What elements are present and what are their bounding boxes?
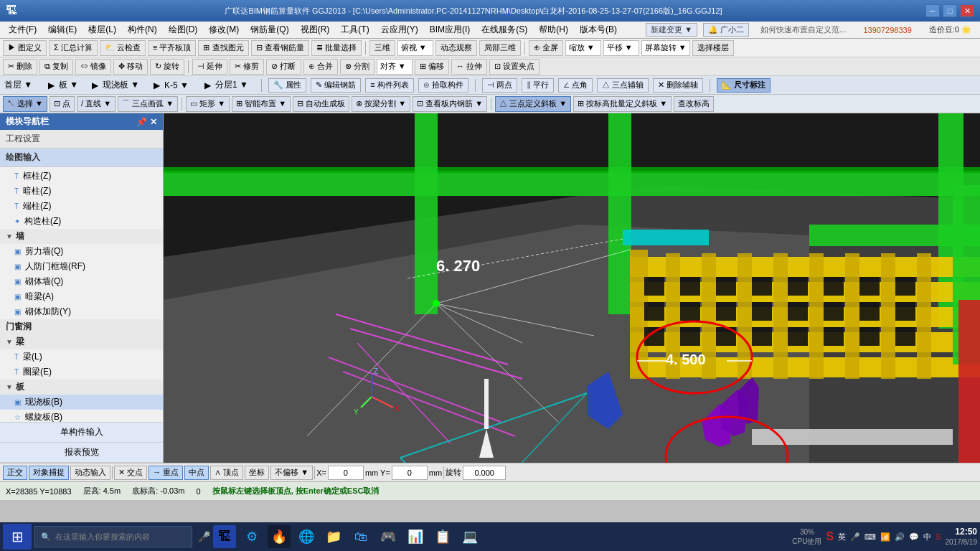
find-element-button[interactable]: ⊞ 查找图元 [198,40,248,56]
sidebar-category-doorwindow[interactable]: 门窗洞 [0,319,163,334]
midpoint-snap[interactable]: → 重点 [149,466,183,480]
select-floor-button[interactable]: 选择楼层 [692,40,734,56]
line-tool[interactable]: / 直线 ▼ [77,96,116,112]
menu-edit[interactable]: 编辑(E) [42,22,83,37]
3d-view-button[interactable]: 三维 [369,40,395,56]
taskbar-app-store[interactable]: 🛍 [349,525,372,548]
menu-cloud[interactable]: 云应用(Y) [375,22,424,37]
point-angle-button[interactable]: ∠ 点角 [558,78,593,93]
report-preview-button[interactable]: 报表预览 [0,443,163,463]
batch-select-button[interactable]: ≣ 批量选择 [311,40,362,56]
select-tool[interactable]: ↖ 选择 ▼ [3,96,47,112]
sidebar-category-slab[interactable]: ▼ 板 [0,380,163,395]
sidebar-item-hidden-col[interactable]: T暗柱(Z) [0,184,163,199]
fullscreen-button[interactable]: ⊕ 全屏 [529,40,563,56]
center-snap[interactable]: 中点 [184,466,209,480]
menu-tools[interactable]: 工具(T) [335,22,374,37]
split-button[interactable]: ⊗ 分割 [340,59,374,75]
mirror-button[interactable]: ⇔ 镜像 [75,59,111,75]
menu-modify[interactable]: 修改(M) [203,22,245,37]
trim-button[interactable]: ✂ 修剪 [230,59,264,75]
taskbar-app-2[interactable]: ⚙ [240,525,263,548]
taskbar-app-edge[interactable]: 🌐 [295,525,318,548]
break-button[interactable]: ⊘ 打断 [266,59,301,75]
smart-layout-tool[interactable]: ⊞ 智能布置 ▼ [232,96,291,112]
message-tray[interactable]: 💬 [909,532,919,542]
sidebar-item-masonry-wall[interactable]: ▣砌体墙(Q) [0,274,163,289]
delete-button[interactable]: ✂ 删除 [3,59,37,75]
menu-service[interactable]: 在线服务(S) [476,22,533,37]
split-by-beam-tool[interactable]: ⊗ 按梁分割 ▼ [352,96,410,112]
align-top-button[interactable]: ≡ 平齐板顶 [148,40,196,56]
delete-aux-button[interactable]: ✕ 删除辅轴 [653,78,703,93]
three-point-slope-tool[interactable]: △ 三点定义斜板 ▼ [495,96,571,112]
cloud-check-button[interactable]: ⛅ 云检查 [100,40,146,56]
pick-element-button[interactable]: ⊙ 拾取构件 [418,78,468,93]
coord-snap[interactable]: 坐标 [245,466,269,480]
sidebar-item-end-col[interactable]: T端柱(Z) [0,199,163,214]
taskbar-search[interactable]: 🔍 在这里输入你要搜索的内容 [34,526,192,547]
sidebar-item-beam[interactable]: T梁(L) [0,349,163,364]
element-list-button[interactable]: ≡ 构件列表 [365,78,413,93]
sidebar-item-struct-col[interactable]: ✦构造柱(Z) [0,214,163,229]
menu-bim[interactable]: BIM应用(I) [424,22,476,37]
rect-tool[interactable]: ▭ 矩形 ▼ [186,96,230,112]
element-type-select[interactable]: 板 ▼ [59,79,88,91]
taskbar-app-1[interactable]: 🏗 [213,525,236,548]
no-offset-snap[interactable]: 不偏移 ▼ [270,466,313,480]
dynamic-observe-button[interactable]: 动态观察 [435,40,477,56]
axis-select[interactable]: K-5 ▼ [164,80,200,90]
top-view-dropdown[interactable]: 俯视 ▼ [397,40,433,56]
scene-view[interactable]: X Y Z 6. 270 4. 500 4. 500 [164,113,980,463]
x-input[interactable] [328,466,364,480]
menu-floor[interactable]: 楼层(L) [83,22,122,37]
object-snap-button[interactable]: 对象捕捉 [29,466,69,480]
sidebar-pin-button[interactable]: 📌 [136,117,147,127]
sidebar-item-civil-def-wall[interactable]: ▣人防门框墙(RF) [0,259,163,274]
dim-label-button[interactable]: 📐 尺寸标注 [717,78,771,93]
taskbar-app-folder[interactable]: 📁 [322,525,345,548]
taskbar-app-app1[interactable]: 📊 [404,525,427,548]
rotate-input[interactable] [463,466,506,480]
menu-rebar[interactable]: 钢筋量(Q) [245,22,294,37]
sidebar-item-shear-wall[interactable]: ▣剪力墙(Q) [0,244,163,259]
dynamic-input-button[interactable]: 动态输入 [70,466,110,480]
zoom-dropdown[interactable]: 缩放 ▼ [565,40,601,56]
taskbar-app-app3[interactable]: 💻 [458,525,481,548]
sidebar-item-frame-col[interactable]: T框柱(Z) [0,169,163,184]
sidebar-close-button[interactable]: ✕ [150,117,157,127]
ortho-button[interactable]: 正交 [3,466,27,480]
rotate-button[interactable]: ↻ 旋转 [150,59,184,75]
taskbar-app-app2[interactable]: 📋 [431,525,454,548]
menu-draw[interactable]: 绘图(D) [163,22,204,37]
sidebar-category-wall[interactable]: ▼ 墙 [0,229,163,244]
close-button[interactable]: ✕ [960,4,974,17]
sidebar-item-cast-slab[interactable]: ▣现浇板(B) [0,395,163,410]
menu-element[interactable]: 构件(N) [122,22,163,37]
intersection-snap[interactable]: ✕ 交点 [114,466,147,480]
sidebar-item-hidden-beam[interactable]: ▣暗梁(A) [0,289,163,304]
view-change-elev-tool[interactable]: 查改标高 [674,96,714,112]
grip-point-button[interactable]: ⊡ 设置夹点 [489,59,540,75]
local-3d-button[interactable]: 局部三维 [479,40,521,56]
sidebar-item-masonry-addon[interactable]: ▣砌体加防(Y) [0,304,163,319]
copy-button[interactable]: ⧉ 复制 [39,59,73,75]
property-button[interactable]: 🔧 属性 [268,78,306,93]
align-dropdown[interactable]: 对齐 ▼ [377,59,413,75]
menu-view[interactable]: 视图(R) [295,22,336,37]
menu-help[interactable]: 帮助(H) [533,22,574,37]
menu-file[interactable]: 文件(F) [3,22,42,37]
layer-select[interactable]: 分层1 ▼ [215,79,255,91]
network-tray[interactable]: 📶 [880,532,890,542]
start-button[interactable]: ⊞ [3,524,32,550]
volume-tray[interactable]: 🔊 [895,532,905,542]
elev-batch-slope-tool[interactable]: ⊞ 按标高批量定义斜板 ▼ [573,96,672,112]
arc-tool[interactable]: ⌒ 三点画弧 ▼ [118,96,178,112]
maximize-button[interactable]: □ [943,4,957,17]
define-button[interactable]: ▶ 图定义 [3,40,47,56]
y-input[interactable] [392,466,428,480]
pan-dropdown[interactable]: 平移 ▼ [603,40,639,56]
parallel-button[interactable]: ∥ 平行 [522,78,554,93]
single-element-input-button[interactable]: 单构件输入 [0,423,163,443]
concrete-type-select[interactable]: 现浇板 ▼ [103,79,149,91]
